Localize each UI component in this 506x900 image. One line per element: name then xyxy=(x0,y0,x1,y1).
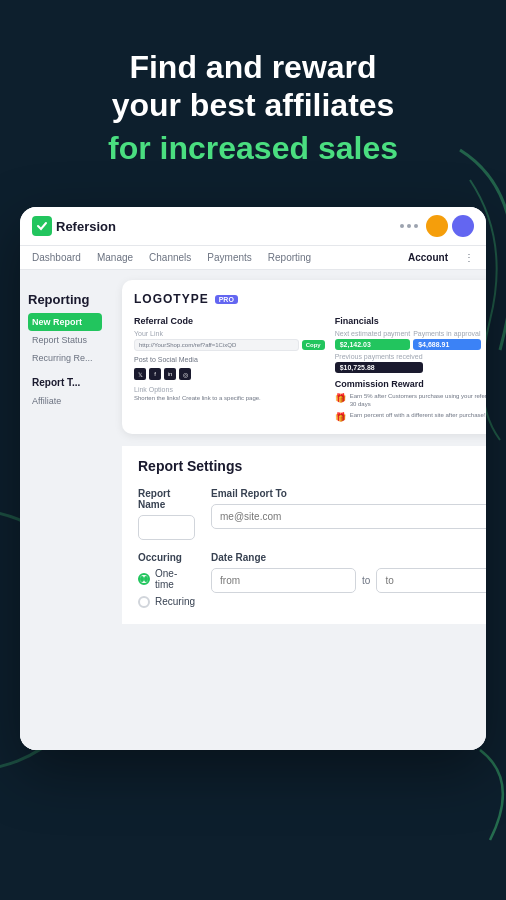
sidebar-affiliate[interactable]: Affiliate xyxy=(28,392,102,410)
avatar-primary xyxy=(426,215,448,237)
logo: Refersion xyxy=(32,216,116,236)
social-post-label: Post to Social Media xyxy=(134,356,325,363)
logotype-row: LOGOTYPE PRO xyxy=(134,292,486,306)
sidebar-new-report[interactable]: New Report xyxy=(28,313,102,331)
nav-payments[interactable]: Payments xyxy=(207,252,251,263)
radio-circle-onetime[interactable] xyxy=(138,573,150,585)
sidebar-report-status[interactable]: Report Status xyxy=(28,331,102,349)
fin-label-1: Payments in approval xyxy=(413,330,480,337)
nav-dashboard[interactable]: Dashboard xyxy=(32,252,81,263)
instagram-icon[interactable]: ◎ xyxy=(179,368,191,380)
link-input-row: http://YourShop.com/ref?aff=1CixQD Copy xyxy=(134,339,325,351)
fin-label-0: Next estimated payment xyxy=(335,330,410,337)
hero-subtitle: for increased sales xyxy=(40,129,466,167)
referral-section: Referral Code Your Link http://YourShop.… xyxy=(134,316,325,422)
radio-group: One-time Recuring xyxy=(138,568,195,608)
nav-reporting[interactable]: Reporting xyxy=(268,252,311,263)
link-options-label: Link Options xyxy=(134,386,325,393)
date-from-input[interactable] xyxy=(211,568,356,593)
commission-text-1: Earn percent off with a different site a… xyxy=(350,412,486,420)
date-to-input[interactable] xyxy=(376,568,486,593)
radio-onetime[interactable]: One-time xyxy=(138,568,195,590)
email-label: Email Report To xyxy=(211,488,486,499)
hero-section: Find and reward your best affiliates for… xyxy=(0,0,506,187)
commission-items: 🎁 Earn 5% after Customers purchase using… xyxy=(335,393,486,422)
nav-account[interactable]: Account xyxy=(408,252,448,263)
date-range-label: Date Range xyxy=(211,552,486,563)
fin-value-1: $4,688.91 xyxy=(413,339,480,350)
sidebar-report-types-title: Report T... xyxy=(28,377,102,388)
occurring-label: Occuring xyxy=(138,552,195,563)
commission-item-1: 🎁 Earn percent off with a different site… xyxy=(335,412,486,422)
twitter-icon[interactable]: 𝕏 xyxy=(134,368,146,380)
gift-icon-0: 🎁 xyxy=(335,393,346,403)
avatar-secondary xyxy=(452,215,474,237)
nav-menu: Dashboard Manage Channels Payments Repor… xyxy=(20,246,486,270)
nav-more-icon[interactable]: ⋮ xyxy=(464,252,474,263)
radio-circle-recurring[interactable] xyxy=(138,596,150,608)
nav-channels[interactable]: Channels xyxy=(149,252,191,263)
financials-badges: Next estimated payment $2,142.03 Payment… xyxy=(335,330,486,373)
commission-title: Commission Reward xyxy=(335,379,486,389)
content-area: Reporting New Report Report Status Recur… xyxy=(20,270,486,750)
email-group: Email Report To xyxy=(211,488,486,540)
financials-section: Financials Next estimated payment $2,142… xyxy=(335,316,486,422)
logo-text: Refersion xyxy=(56,219,116,234)
copy-button[interactable]: Copy xyxy=(302,340,325,350)
report-name-label: Report Name xyxy=(138,488,195,510)
radio-recurring[interactable]: Recuring xyxy=(138,596,195,608)
email-input[interactable] xyxy=(211,504,486,529)
logotype-text: LOGOTYPE xyxy=(134,292,209,306)
sidebar: Reporting New Report Report Status Recur… xyxy=(20,270,110,750)
form-grid: Report Name Email Report To Occuring xyxy=(138,488,486,608)
date-range-group: Date Range to xyxy=(211,552,486,608)
linkedin-icon[interactable]: in xyxy=(164,368,176,380)
fin-value-2: $10,725.88 xyxy=(335,362,423,373)
report-name-input[interactable] xyxy=(138,515,195,540)
report-settings-section: Report Settings Report Name Email Report… xyxy=(122,446,486,624)
facebook-icon[interactable]: f xyxy=(149,368,161,380)
social-icons-row: 𝕏 f in ◎ xyxy=(134,368,325,380)
fin-label-2: Previous payments received xyxy=(335,353,423,360)
link-options-text: Shorten the links! Create link to a spec… xyxy=(134,395,325,401)
financials-title: Financials xyxy=(335,316,486,326)
fin-value-0: $2,142.03 xyxy=(335,339,410,350)
your-link-label: Your Link xyxy=(134,330,325,337)
reporting-page-title: Reporting xyxy=(28,282,102,313)
main-card: Refersion Dashboard Manage Channels Paym… xyxy=(20,207,486,750)
date-range-row: to xyxy=(211,568,486,593)
sidebar-recurring[interactable]: Recurring Re... xyxy=(28,349,102,367)
date-separator: to xyxy=(362,575,370,586)
radio-label-recurring: Recuring xyxy=(155,596,195,607)
pro-badge: PRO xyxy=(215,295,238,304)
nav-bar: Refersion xyxy=(20,207,486,246)
commission-item-0: 🎁 Earn 5% after Customers purchase using… xyxy=(335,393,486,409)
radio-label-onetime: One-time xyxy=(155,568,195,590)
commission-text-0: Earn 5% after Customers purchase using y… xyxy=(350,393,486,409)
nav-dots xyxy=(400,224,418,228)
affiliate-card: LOGOTYPE PRO Referral Code Your Link htt… xyxy=(122,280,486,434)
report-settings-title: Report Settings xyxy=(138,458,486,474)
nav-manage[interactable]: Manage xyxy=(97,252,133,263)
hero-title: Find and reward your best affiliates xyxy=(40,48,466,125)
report-name-group: Report Name xyxy=(138,488,195,540)
occurring-group: Occuring One-time Recuring xyxy=(138,552,195,608)
link-input-display: http://YourShop.com/ref?aff=1CixQD xyxy=(134,339,299,351)
logo-icon xyxy=(32,216,52,236)
affiliate-grid: Referral Code Your Link http://YourShop.… xyxy=(134,316,486,422)
main-panel: LOGOTYPE PRO Referral Code Your Link htt… xyxy=(110,270,486,750)
gift-icon-1: 🎁 xyxy=(335,412,346,422)
referral-title: Referral Code xyxy=(134,316,325,326)
